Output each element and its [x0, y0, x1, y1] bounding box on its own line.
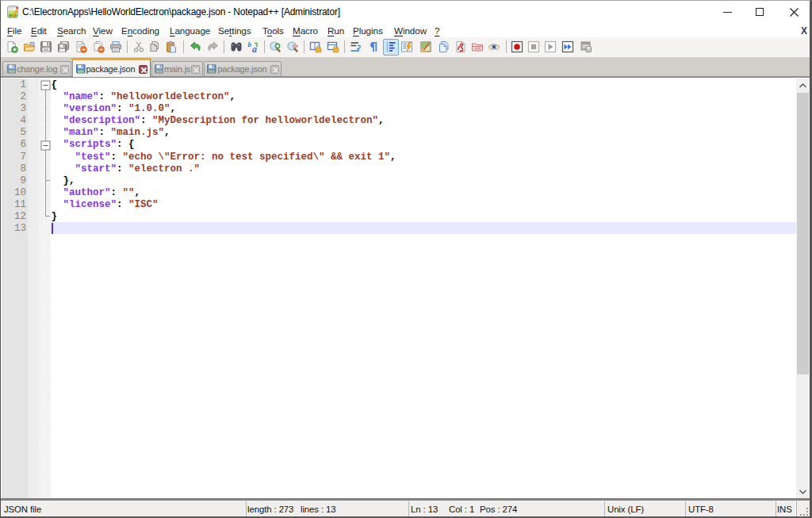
svg-text:a: a — [252, 44, 257, 54]
svg-text:b: b — [248, 40, 252, 48]
